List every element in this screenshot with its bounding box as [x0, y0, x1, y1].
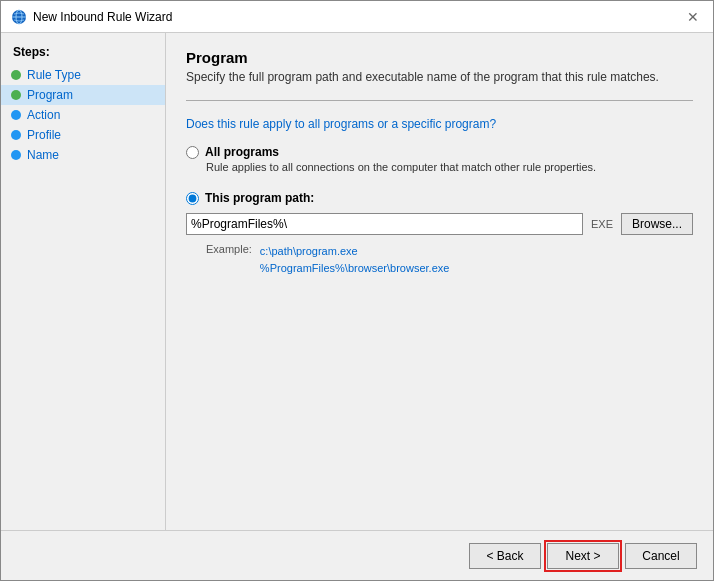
next-button[interactable]: Next >: [547, 543, 619, 569]
sidebar-label-rule-type: Rule Type: [27, 68, 81, 82]
dot-icon-rule-type: [11, 70, 21, 80]
example-row: Example: c:\path\program.exe%ProgramFile…: [206, 243, 693, 276]
dot-icon-program: [11, 90, 21, 100]
radio-this-program-row: This program path:: [186, 191, 693, 205]
sidebar-item-name[interactable]: Name: [1, 145, 165, 165]
sidebar-label-action: Action: [27, 108, 60, 122]
page-title: Program: [186, 49, 693, 66]
program-path-input[interactable]: [186, 213, 583, 235]
wizard-window: New Inbound Rule Wizard ✕ Steps: Rule Ty…: [0, 0, 714, 581]
example-label: Example:: [206, 243, 252, 276]
radio-this-program[interactable]: [186, 192, 199, 205]
window-title: New Inbound Rule Wizard: [33, 10, 172, 24]
example-values: c:\path\program.exe%ProgramFiles%\browse…: [260, 243, 450, 276]
main-content: Program Specify the full program path an…: [166, 33, 713, 530]
option-this-program: This program path: EXE Browse... Example…: [186, 191, 693, 276]
radio-this-program-label[interactable]: This program path:: [205, 191, 314, 205]
sidebar-label-name: Name: [27, 148, 59, 162]
question-text: Does this rule apply to all programs or …: [186, 117, 693, 131]
browse-button[interactable]: Browse...: [621, 213, 693, 235]
radio-all-programs-label[interactable]: All programs: [205, 145, 279, 159]
window-icon: [11, 9, 27, 25]
sidebar: Steps: Rule Type Program Action Profile …: [1, 33, 166, 530]
divider: [186, 100, 693, 101]
back-button[interactable]: < Back: [469, 543, 541, 569]
title-bar: New Inbound Rule Wizard ✕: [1, 1, 713, 33]
sidebar-item-program[interactable]: Program: [1, 85, 165, 105]
radio-all-programs[interactable]: [186, 146, 199, 159]
dot-icon-profile: [11, 130, 21, 140]
close-button[interactable]: ✕: [683, 7, 703, 27]
page-subtitle: Specify the full program path and execut…: [186, 70, 693, 84]
radio-group: All programs Rule applies to all connect…: [186, 145, 693, 276]
sidebar-item-profile[interactable]: Profile: [1, 125, 165, 145]
wizard-content: Steps: Rule Type Program Action Profile …: [1, 33, 713, 530]
program-path-row: EXE Browse...: [186, 213, 693, 235]
sidebar-item-rule-type[interactable]: Rule Type: [1, 65, 165, 85]
cancel-button[interactable]: Cancel: [625, 543, 697, 569]
exe-label: EXE: [587, 218, 617, 230]
radio-all-programs-row: All programs: [186, 145, 693, 159]
dot-icon-name: [11, 150, 21, 160]
all-programs-desc: Rule applies to all connections on the c…: [206, 161, 693, 173]
title-bar-left: New Inbound Rule Wizard: [11, 9, 172, 25]
steps-label: Steps:: [1, 43, 165, 65]
sidebar-label-profile: Profile: [27, 128, 61, 142]
sidebar-label-program: Program: [27, 88, 73, 102]
footer: < Back Next > Cancel: [1, 530, 713, 580]
option-all-programs: All programs Rule applies to all connect…: [186, 145, 693, 173]
sidebar-item-action[interactable]: Action: [1, 105, 165, 125]
dot-icon-action: [11, 110, 21, 120]
